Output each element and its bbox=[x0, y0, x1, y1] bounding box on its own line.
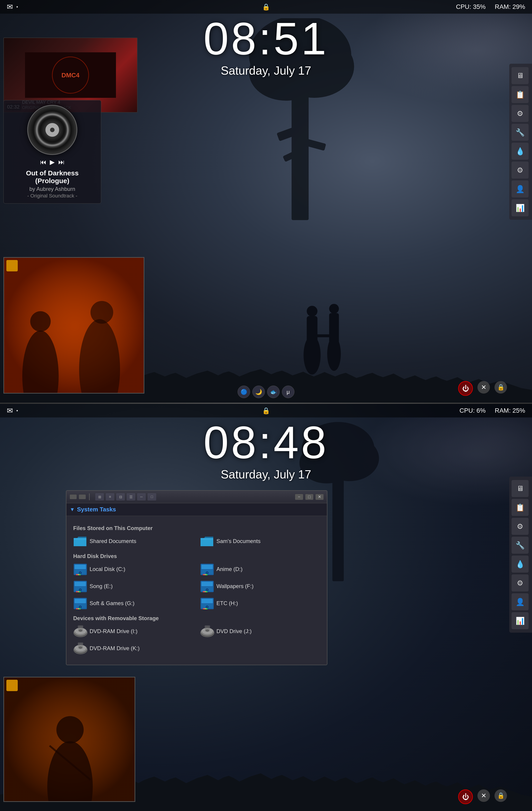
titlebar-btn-1[interactable] bbox=[70, 494, 77, 499]
power-button-top[interactable]: ⏻ bbox=[458, 381, 473, 396]
lock-button-bottom[interactable]: 🔒 bbox=[495, 790, 507, 802]
dock-icon-2[interactable]: 🌙 bbox=[252, 386, 265, 398]
sidebar-icon-monitor-b[interactable]: 🖥 bbox=[512, 480, 529, 497]
track-album: - Original Soundtrack - bbox=[8, 193, 96, 199]
file-browser-window: ⊞ ≡ ⊟ ☰ ↔ □ − □ ✕ ▼ System Tasks Files S… bbox=[66, 490, 327, 665]
file-local-disk-c[interactable]: Local Disk (C:) bbox=[73, 563, 193, 575]
tb-view-2[interactable]: ≡ bbox=[106, 493, 114, 501]
dvd-icon-j bbox=[200, 625, 214, 638]
file-dvd-ram-k[interactable]: DVD-RAM Drive (K:) bbox=[73, 642, 193, 655]
play-button[interactable]: ▶ bbox=[50, 158, 55, 166]
system-info-bottom: CPU: 6% RAM: 25% bbox=[459, 407, 525, 414]
close-button-top[interactable]: ✕ bbox=[478, 381, 490, 394]
top-screen: ✉ • 🔒 CPU: 35% RAM: 29% 08:51 Saturday, … bbox=[0, 0, 532, 403]
disk-svg-f bbox=[200, 580, 214, 593]
folder-svg-sams bbox=[200, 535, 214, 547]
file-anime-d[interactable]: Anime (D:) bbox=[200, 563, 320, 575]
sidebar-icon-tools-b[interactable]: ⚙ bbox=[512, 518, 529, 535]
next-button[interactable]: ⏭ bbox=[58, 158, 65, 166]
vinyl-center bbox=[46, 123, 59, 137]
mail-icon-top[interactable]: ✉ bbox=[7, 2, 13, 11]
svg-point-40 bbox=[206, 574, 207, 575]
file-etc-h[interactable]: ETC (H:) bbox=[200, 597, 320, 610]
file-soft-games-g[interactable]: Soft & Games (G:) bbox=[73, 597, 193, 610]
sidebar-icon-drop[interactable]: 💧 bbox=[512, 143, 529, 160]
file-dvd-j[interactable]: DVD Drive (J:) bbox=[200, 625, 320, 638]
status-bar-bottom: ✉ • 🔒 CPU: 6% RAM: 25% bbox=[0, 404, 532, 417]
svg-point-95 bbox=[57, 716, 84, 744]
vinyl-widget: ⏮ ▶ ⏭ Out of Darkness (Prologue) by Aubr… bbox=[3, 100, 101, 204]
folder-icon-shared bbox=[73, 535, 87, 547]
sidebar-icon-monitor[interactable]: 🖥 bbox=[512, 67, 529, 84]
svg-point-31 bbox=[78, 574, 79, 575]
file-dvd-ram-i[interactable]: DVD-RAM Drive (I:) bbox=[73, 625, 193, 638]
dock-icon-1[interactable]: 🔵 bbox=[238, 386, 250, 398]
status-bar-top: ✉ • 🔒 CPU: 35% RAM: 29% bbox=[0, 0, 532, 14]
sidebar-icon-gear[interactable]: ⚙ bbox=[512, 162, 529, 179]
tb-view-3[interactable]: ⊟ bbox=[116, 493, 125, 501]
lock-icon-top: 🔒 bbox=[262, 3, 270, 11]
file-song-e[interactable]: Song (E:) bbox=[73, 580, 193, 592]
lock-button-top[interactable]: 🔒 bbox=[495, 381, 507, 394]
power-button-bottom[interactable]: ⏻ bbox=[458, 790, 473, 804]
sidebar-icon-tools[interactable]: ⚙ bbox=[512, 105, 529, 122]
disk-svg-d bbox=[200, 563, 214, 576]
dock-icon-3[interactable]: 🐟 bbox=[267, 386, 280, 398]
file-shared-documents[interactable]: Shared Documents bbox=[73, 535, 193, 547]
track-artist: by Aubrey Ashburn bbox=[8, 186, 96, 192]
subsection-hdd: Hard Disk Drives bbox=[73, 553, 320, 560]
sidebar-icon-drop-b[interactable]: 💧 bbox=[512, 555, 529, 572]
removable-grid: DVD-RAM Drive (I:) DVD Drive (J:) bbox=[73, 625, 320, 655]
close-button-bottom[interactable]: ✕ bbox=[478, 790, 490, 802]
sidebar-icon-chart-b[interactable]: 📊 bbox=[512, 612, 529, 629]
svg-point-23 bbox=[91, 301, 113, 324]
svg-point-46 bbox=[76, 591, 77, 592]
win-maximize[interactable]: □ bbox=[305, 494, 313, 500]
dock-icon-mu[interactable]: μ bbox=[282, 386, 294, 398]
svg-point-11 bbox=[329, 304, 339, 314]
files-grid: Shared Documents Sam's Documents bbox=[73, 535, 320, 547]
svg-point-13 bbox=[327, 337, 341, 371]
tb-nav-1[interactable]: ↔ bbox=[137, 493, 146, 501]
prev-button[interactable]: ⏮ bbox=[40, 158, 46, 166]
svg-point-10 bbox=[303, 336, 320, 374]
win-minimize[interactable]: − bbox=[295, 494, 303, 500]
mail-icon-bottom[interactable]: ✉ bbox=[7, 406, 13, 415]
win-close[interactable]: ✕ bbox=[316, 494, 324, 500]
right-sidebar-top: 🖥 📋 ⚙ 🔧 💧 ⚙ 👤 📊 bbox=[509, 64, 532, 220]
sidebar-icon-clipboard-b[interactable]: 📋 bbox=[512, 499, 529, 516]
label-shared-documents: Shared Documents bbox=[90, 538, 136, 545]
sidebar-icon-clipboard[interactable]: 📋 bbox=[512, 86, 529, 103]
toolbar-icons: ⊞ ≡ ⊟ ☰ ↔ □ bbox=[95, 493, 156, 501]
tb-view-4[interactable]: ☰ bbox=[127, 493, 135, 501]
dvd-svg-j bbox=[200, 625, 215, 638]
tb-view-1[interactable]: ⊞ bbox=[95, 493, 104, 501]
dvd-svg-i bbox=[73, 625, 88, 638]
svg-rect-90 bbox=[78, 643, 83, 648]
sidebar-icon-chart[interactable]: 📊 bbox=[512, 199, 529, 216]
sidebar-icon-person[interactable]: 👤 bbox=[512, 180, 529, 197]
cpu-label-top: CPU: 35% bbox=[456, 3, 486, 11]
file-sams-documents[interactable]: Sam's Documents bbox=[200, 535, 320, 547]
label-sams-documents: Sam's Documents bbox=[216, 538, 261, 545]
section-header[interactable]: ▼ System Tasks bbox=[66, 503, 327, 516]
svg-point-64 bbox=[79, 608, 80, 610]
svg-rect-50 bbox=[201, 582, 213, 586]
vinyl-controls[interactable]: ⏮ ▶ ⏭ bbox=[8, 158, 96, 166]
tb-nav-2[interactable]: □ bbox=[147, 493, 156, 501]
cpu-label-bottom: CPU: 6% bbox=[459, 407, 486, 414]
anime-image-bottom bbox=[3, 677, 135, 802]
svg-point-62 bbox=[76, 608, 77, 610]
sidebar-icon-gear-b[interactable]: ⚙ bbox=[512, 575, 529, 592]
svg-rect-58 bbox=[75, 599, 86, 603]
titlebar-btn-2[interactable] bbox=[79, 494, 86, 499]
sidebar-icon-person-b[interactable]: 👤 bbox=[512, 593, 529, 610]
svg-point-61 bbox=[80, 606, 81, 608]
svg-point-47 bbox=[78, 591, 79, 592]
sidebar-icon-wrench[interactable]: 🔧 bbox=[512, 124, 529, 141]
file-wallpapers-f[interactable]: Wallpapers (F:) bbox=[200, 580, 320, 592]
svg-point-54 bbox=[203, 591, 204, 592]
sidebar-icon-wrench-b[interactable]: 🔧 bbox=[512, 537, 529, 554]
section-arrow: ▼ bbox=[70, 507, 75, 512]
svg-point-39 bbox=[204, 574, 206, 575]
